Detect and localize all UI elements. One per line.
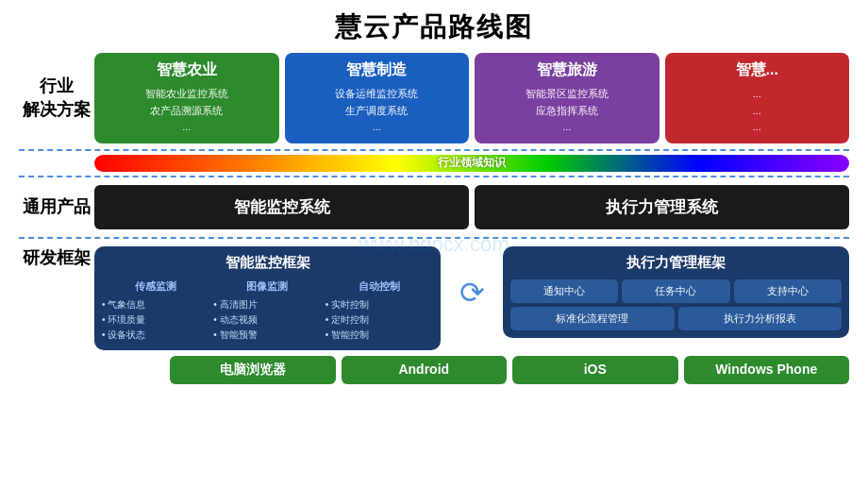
monitor-col-auto-item2: 定时控制 [326,312,433,328]
main-content: 行业解决方案 智慧农业 智能农业监控系统 农产品溯源系统 ... 智慧制造 设备… [19,53,849,480]
general-row: 通用产品 智能监控系统 执行力管理系统 [19,176,849,239]
card-item-manufacturing-3: ... [373,119,381,136]
exec-frame: 执行力管理框架 通知中心 任务中心 支持中心 标准化流程管理 执行力分析报表 [503,246,849,338]
industry-label: 行业解决方案 [19,53,94,143]
exec-btn-report: 执行力分析报表 [678,307,843,330]
monitor-frame: 智能监控框架 传感监测 气象信息 环境质量 设备状态 图像监测 高清图片 [94,246,441,350]
arrow-container: ⟳ [448,246,495,311]
exec-frame-title: 执行力管理框架 [510,254,842,272]
monitor-col-sensor-item1: 气象信息 [102,297,209,312]
monitor-col-sensor-item3: 设备状态 [102,328,209,343]
exec-btn-notify: 通知中心 [510,279,618,303]
exec-btn-process: 标准化流程管理 [510,307,675,330]
title-row: 慧云产品路线图 [19,9,849,45]
monitor-frame-cols: 传感监测 气象信息 环境质量 设备状态 图像监测 高清图片 动态视频 智能预警 [102,279,433,343]
dev-content: 智能监控框架 传感监测 气象信息 环境质量 设备状态 图像监测 高清图片 [94,246,849,384]
card-item-agriculture-2: 农产品溯源系统 [150,103,223,120]
monitor-col-auto-item3: 智能控制 [326,328,433,343]
platform-browser: 电脑浏览器 [170,356,336,384]
monitor-frame-title: 智能监控框架 [102,254,433,272]
industry-card-manufacturing: 智慧制造 设备运维监控系统 生产调度系统 ... [285,53,470,143]
general-cards: 智能监控系统 执行力管理系统 [94,185,849,229]
monitor-col-auto-item1: 实时控制 [326,297,433,312]
dev-frameworks: 智能监控框架 传感监测 气象信息 环境质量 设备状态 图像监测 高清图片 [94,246,849,350]
monitor-col-image-item3: 智能预警 [213,328,321,343]
card-item-tourism-1: 智能景区监控系统 [526,86,609,103]
card-title-tourism: 智慧旅游 [537,60,597,80]
industry-card-agriculture: 智慧农业 智能农业监控系统 农产品溯源系统 ... [94,53,279,143]
industry-card-tourism: 智慧旅游 智能景区监控系统 应急指挥系统 ... [475,53,659,143]
platform-row: 电脑浏览器 Android iOS Windows Phone [170,356,849,384]
monitor-col-auto: 自动控制 实时控制 定时控制 智能控制 [326,279,433,343]
monitor-col-image: 图像监测 高清图片 动态视频 智能预警 [213,279,321,343]
rainbow-label: 行业领域知识 [438,155,506,171]
card-title-manufacturing: 智慧制造 [346,60,407,80]
platform-android: Android [342,356,508,384]
sync-arrow-icon: ⟳ [459,275,485,311]
card-item-tourism-2: 应急指挥系统 [536,103,598,120]
card-item-agriculture-3: ... [182,119,191,136]
card-item-other-3: ... [753,119,761,136]
rainbow-row: 行业领域知识 [94,155,849,172]
card-item-manufacturing-2: 生产调度系统 [345,103,408,120]
general-card-exec: 执行力管理系统 [475,185,849,229]
dev-row: 研发框架 智能监控框架 传感监测 气象信息 环境质量 设备状态 [19,239,849,480]
card-item-other-1: ... [753,86,761,103]
monitor-col-image-title: 图像监测 [213,279,321,294]
monitor-col-sensor-title: 传感监测 [102,279,209,294]
exec-top-row: 通知中心 任务中心 支持中心 [510,279,842,303]
card-item-manufacturing-1: 设备运维监控系统 [335,86,418,103]
card-title-agriculture: 智慧农业 [157,60,217,80]
page-title: 慧云产品路线图 [335,12,533,42]
monitor-col-image-item1: 高清图片 [213,297,321,312]
platform-windows-phone: Windows Phone [684,356,850,384]
monitor-col-image-item2: 动态视频 [213,312,321,328]
monitor-col-sensor: 传感监测 气象信息 环境质量 设备状态 [102,279,209,343]
platform-ios: iOS [512,356,678,384]
industry-row: 行业解决方案 智慧农业 智能农业监控系统 农产品溯源系统 ... 智慧制造 设备… [19,53,849,151]
rainbow-bar: 行业领域知识 [94,155,849,172]
general-card-monitor: 智能监控系统 [94,185,469,229]
industry-cards: 智慧农业 智能农业监控系统 农产品溯源系统 ... 智慧制造 设备运维监控系统 … [94,53,849,143]
monitor-col-sensor-item2: 环境质量 [102,312,209,328]
card-item-tourism-3: ... [562,119,571,136]
exec-btn-support: 支持中心 [734,279,842,303]
industry-card-other: 智慧... ... ... ... [665,53,850,143]
general-label: 通用产品 [19,195,94,219]
exec-bottom-row: 标准化流程管理 执行力分析报表 [510,307,842,330]
card-item-agriculture-1: 智能农业监控系统 [145,86,228,103]
exec-btn-task: 任务中心 [622,279,729,303]
card-item-other-2: ... [753,103,761,120]
card-title-other: 智慧... [736,60,778,80]
monitor-col-auto-title: 自动控制 [326,279,433,294]
dev-label: 研发框架 [19,246,94,270]
